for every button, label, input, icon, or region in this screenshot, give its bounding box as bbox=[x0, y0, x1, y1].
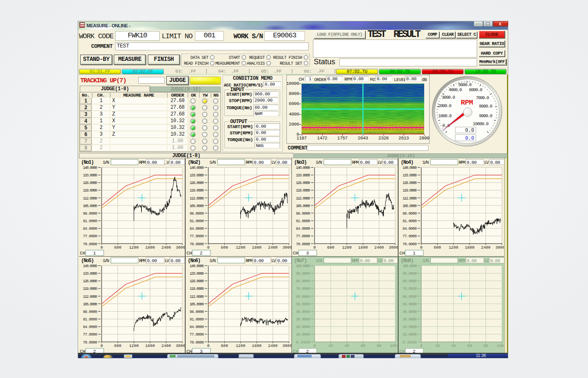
svg-text:0.00: 0.00 bbox=[171, 160, 181, 165]
svg-text:S/N: S/N bbox=[210, 258, 216, 263]
svg-text:1800: 1800 bbox=[252, 344, 261, 348]
svg-text:133.0000: 133.0000 bbox=[83, 173, 97, 178]
svg-text:600: 600 bbox=[433, 245, 441, 250]
svg-text:60.0000: 60.0000 bbox=[402, 295, 417, 299]
svg-text:0.0: 0.0 bbox=[465, 128, 474, 134]
svg-text:1200: 1200 bbox=[449, 245, 458, 250]
svg-text:4000.0: 4000.0 bbox=[449, 87, 462, 92]
svg-text:3000: 3000 bbox=[282, 245, 292, 250]
svg-text:0.00: 0.00 bbox=[383, 160, 394, 165]
svg-text:105.0000: 105.0000 bbox=[83, 204, 97, 208]
svg-text:0.0000: 0.0000 bbox=[402, 341, 417, 345]
svg-text:1800: 1800 bbox=[145, 344, 155, 348]
svg-text:2400: 2400 bbox=[374, 245, 384, 250]
svg-text:0: 0 bbox=[313, 245, 316, 250]
svg-text:RPM: RPM bbox=[246, 258, 252, 263]
svg-text:2400: 2400 bbox=[268, 344, 278, 348]
svg-text:60.0000: 60.0000 bbox=[296, 295, 310, 299]
svg-text:S/N: S/N bbox=[316, 160, 322, 165]
svg-text:77.0000: 77.0000 bbox=[83, 234, 97, 239]
svg-text:90.0000: 90.0000 bbox=[296, 272, 310, 276]
svg-text:CH: CH bbox=[80, 251, 85, 256]
svg-text:40: 40 bbox=[344, 344, 349, 348]
svg-text:20: 20 bbox=[435, 344, 440, 348]
svg-text:126.0000: 126.0000 bbox=[189, 181, 204, 185]
svg-text:(No5): (No5) bbox=[81, 258, 94, 264]
svg-text:100.0000: 100.0000 bbox=[296, 264, 310, 268]
svg-text:0: 0 bbox=[313, 344, 316, 348]
svg-text:105.0000: 105.0000 bbox=[83, 302, 97, 307]
svg-text:2400: 2400 bbox=[161, 344, 171, 348]
svg-text:105.0000: 105.0000 bbox=[402, 204, 417, 208]
svg-text:98.0000: 98.0000 bbox=[83, 212, 97, 216]
svg-text:70.0000: 70.0000 bbox=[83, 341, 97, 345]
svg-text:600: 600 bbox=[327, 245, 334, 250]
svg-text:140.0000: 140.0000 bbox=[83, 166, 97, 170]
svg-text:(No1): (No1) bbox=[81, 160, 94, 165]
svg-text:LV: LV bbox=[271, 160, 276, 165]
svg-text:77.0000: 77.0000 bbox=[296, 234, 310, 239]
svg-text:1200: 1200 bbox=[236, 344, 245, 348]
svg-text:0: 0 bbox=[207, 245, 210, 250]
svg-text:3000.0: 3000.0 bbox=[442, 95, 455, 100]
svg-text:S/N: S/N bbox=[210, 160, 216, 165]
svg-text:3000: 3000 bbox=[282, 344, 292, 348]
svg-text:S/N: S/N bbox=[103, 160, 109, 165]
svg-text:84.0000: 84.0000 bbox=[402, 227, 417, 231]
svg-text:91.0000: 91.0000 bbox=[189, 318, 204, 322]
svg-text:600: 600 bbox=[114, 245, 121, 250]
svg-text:0.00: 0.00 bbox=[147, 160, 157, 165]
svg-text:70.0000: 70.0000 bbox=[402, 287, 417, 291]
svg-text:100: 100 bbox=[496, 344, 504, 348]
svg-text:2400: 2400 bbox=[268, 245, 278, 250]
svg-text:(No8): (No8) bbox=[401, 258, 414, 264]
svg-text:70.0000: 70.0000 bbox=[296, 242, 310, 247]
svg-text:60: 60 bbox=[467, 344, 472, 348]
svg-text:105.0000: 105.0000 bbox=[296, 204, 310, 208]
svg-text:20: 20 bbox=[328, 344, 333, 348]
svg-text:2400: 2400 bbox=[161, 245, 171, 250]
svg-text:1800: 1800 bbox=[358, 245, 368, 250]
svg-text:2: 2 bbox=[200, 251, 202, 256]
svg-text:1: 1 bbox=[412, 251, 415, 256]
svg-text:0.00: 0.00 bbox=[277, 258, 287, 263]
svg-text:0.00: 0.00 bbox=[277, 160, 287, 165]
svg-text:1200: 1200 bbox=[129, 344, 139, 348]
svg-text:98.0000: 98.0000 bbox=[189, 310, 204, 314]
svg-text:0.00: 0.00 bbox=[490, 258, 500, 263]
svg-text:0: 0 bbox=[100, 245, 103, 250]
svg-text:140.0000: 140.0000 bbox=[189, 166, 204, 170]
svg-text:133.0000: 133.0000 bbox=[296, 173, 310, 178]
svg-text:LV: LV bbox=[484, 258, 489, 263]
svg-text:(No2): (No2) bbox=[188, 160, 201, 165]
svg-text:0.00: 0.00 bbox=[383, 258, 394, 263]
svg-text:9000.0: 9000.0 bbox=[479, 113, 493, 118]
svg-text:112.0000: 112.0000 bbox=[189, 295, 204, 299]
svg-text:119.0000: 119.0000 bbox=[296, 189, 310, 193]
svg-text:(No3): (No3) bbox=[294, 160, 307, 165]
svg-text:133.0000: 133.0000 bbox=[189, 272, 204, 276]
svg-text:98.0000: 98.0000 bbox=[83, 310, 97, 314]
svg-text:RPM: RPM bbox=[352, 160, 359, 165]
svg-text:133.0000: 133.0000 bbox=[402, 173, 417, 178]
svg-text:50.0000: 50.0000 bbox=[296, 302, 310, 307]
svg-text:600: 600 bbox=[220, 245, 228, 250]
svg-text:140.0000: 140.0000 bbox=[402, 166, 417, 170]
svg-text:105.0000: 105.0000 bbox=[189, 204, 204, 208]
svg-text:0.00: 0.00 bbox=[360, 160, 370, 165]
svg-text:80: 80 bbox=[483, 344, 488, 348]
svg-text:1800: 1800 bbox=[465, 245, 474, 250]
svg-text:0: 0 bbox=[100, 344, 103, 348]
svg-text:20.0000: 20.0000 bbox=[402, 325, 417, 329]
svg-text:100: 100 bbox=[390, 344, 397, 348]
svg-text:S/N: S/N bbox=[103, 258, 109, 263]
svg-text:30.0000: 30.0000 bbox=[296, 318, 310, 322]
svg-text:119.0000: 119.0000 bbox=[83, 189, 97, 193]
svg-text:40: 40 bbox=[451, 344, 456, 348]
svg-text:CH: CH bbox=[293, 251, 298, 256]
svg-text:119.0000: 119.0000 bbox=[189, 189, 204, 193]
svg-text:600: 600 bbox=[220, 344, 228, 348]
svg-text:LV: LV bbox=[378, 160, 382, 165]
svg-text:3000: 3000 bbox=[176, 245, 186, 250]
svg-text:140.0000: 140.0000 bbox=[296, 166, 310, 170]
